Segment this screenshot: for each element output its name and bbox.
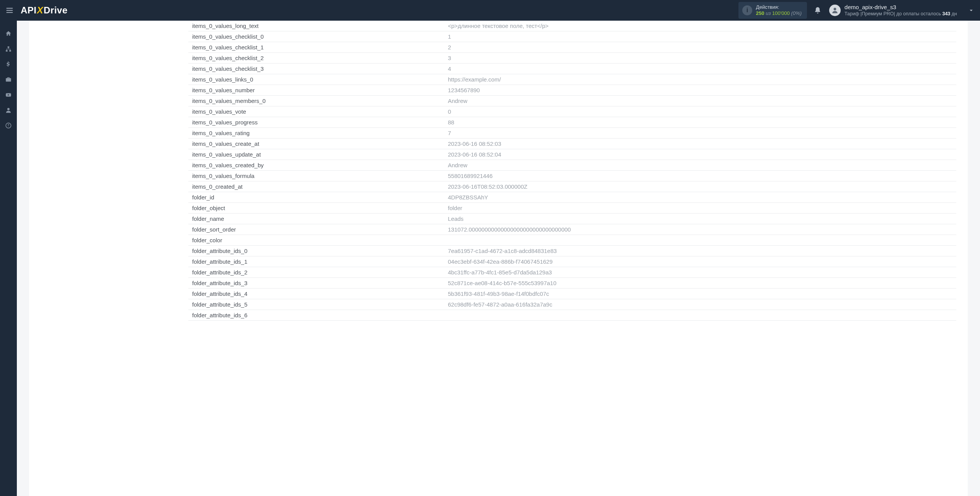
table-row: folder_nameLeads — [188, 214, 956, 224]
top-bar: APIXDrive i Действия: 250 из 100'000 (0%… — [0, 0, 980, 21]
field-value — [444, 235, 956, 246]
field-value: 2 — [444, 42, 956, 53]
field-value: 7ea61957-c1ad-4672-a1c8-adcd84831e83 — [444, 246, 956, 256]
field-key: folder_color — [188, 235, 444, 246]
field-key: folder_sort_order — [188, 224, 444, 235]
field-key: items_0_values_checklist_3 — [188, 64, 444, 74]
field-value: 7 — [444, 128, 956, 139]
table-row: folder_attribute_ids_24bc31ffc-a77b-4fc1… — [188, 267, 956, 278]
svg-rect-2 — [7, 12, 13, 13]
table-row: folder_attribute_ids_352c871ce-ae08-414c… — [188, 278, 956, 289]
field-value: 62c98df6-fe57-4872-a0aa-616fa32a7a9c — [444, 299, 956, 310]
table-row: items_0_values_long_text<p>длинное текст… — [188, 21, 956, 31]
main-content: items_0_values_long_text<p>длинное текст… — [17, 21, 980, 496]
nav-home[interactable] — [0, 26, 17, 41]
table-row: items_0_values_number1234567890 — [188, 85, 956, 96]
field-value: 1234567890 — [444, 85, 956, 96]
field-key: items_0_values_checklist_2 — [188, 53, 444, 64]
field-key: folder_attribute_ids_6 — [188, 310, 444, 321]
nav-billing[interactable] — [0, 57, 17, 72]
field-key: items_0_values_progress — [188, 117, 444, 128]
avatar — [829, 5, 841, 16]
question-icon — [5, 122, 12, 129]
table-row: items_0_created_at2023-06-16T08:52:03.00… — [188, 181, 956, 192]
nav-video[interactable] — [0, 87, 17, 103]
field-value: 55801689921446 — [444, 171, 956, 181]
field-key: folder_id — [188, 192, 444, 203]
table-row: items_0_values_vote0 — [188, 106, 956, 117]
youtube-icon — [5, 91, 12, 98]
field-value: 2023-06-16 08:52:03 — [444, 139, 956, 149]
field-key: folder_name — [188, 214, 444, 224]
field-key: folder_attribute_ids_1 — [188, 256, 444, 267]
actions-counter[interactable]: i Действия: 250 из 100'000 (0%) — [738, 2, 807, 18]
field-value: 88 — [444, 117, 956, 128]
field-key: items_0_values_created_by — [188, 160, 444, 171]
field-key: items_0_values_links_0 — [188, 74, 444, 85]
svg-point-3 — [834, 8, 836, 10]
table-row: folder_attribute_ids_6 — [188, 310, 956, 321]
content-panel: items_0_values_long_text<p>длинное текст… — [29, 21, 968, 496]
field-key: folder_attribute_ids_3 — [188, 278, 444, 289]
svg-rect-0 — [7, 8, 13, 9]
info-icon: i — [742, 5, 752, 15]
svg-rect-5 — [6, 50, 8, 52]
field-value: 04ec3ebf-634f-42ea-886b-f74067451629 — [444, 256, 956, 267]
nav-help[interactable] — [0, 118, 17, 133]
field-key: items_0_values_formula — [188, 171, 444, 181]
menu-toggle-button[interactable] — [5, 6, 14, 15]
nav-briefcase[interactable] — [0, 72, 17, 87]
nav-connections[interactable] — [0, 41, 17, 57]
field-key: items_0_created_at — [188, 181, 444, 192]
actions-value: 250 из 100'000 (0%) — [756, 10, 802, 16]
field-value: https://example.com/ — [444, 74, 956, 85]
field-key: items_0_values_vote — [188, 106, 444, 117]
field-key: folder_attribute_ids_2 — [188, 267, 444, 278]
user-menu[interactable]: demo_apix-drive_s3 Тариф |Премиум PRO| д… — [829, 4, 975, 17]
chevron-down-icon — [968, 7, 975, 14]
field-value — [444, 310, 956, 321]
field-key: folder_object — [188, 203, 444, 214]
svg-point-8 — [7, 108, 10, 110]
user-icon — [5, 107, 12, 114]
table-row: folder_id4DP8ZBSSAhY — [188, 192, 956, 203]
table-row: items_0_values_checklist_12 — [188, 42, 956, 53]
table-row: folder_attribute_ids_562c98df6-fe57-4872… — [188, 299, 956, 310]
table-row: items_0_values_update_at2023-06-16 08:52… — [188, 149, 956, 160]
field-value: 1 — [444, 31, 956, 42]
table-row: folder_sort_order131072.0000000000000000… — [188, 224, 956, 235]
person-icon — [831, 7, 839, 14]
logo[interactable]: APIXDrive — [21, 5, 68, 16]
field-value: 0 — [444, 106, 956, 117]
field-value: 52c871ce-ae08-414c-b57e-555c53997a10 — [444, 278, 956, 289]
field-value: Andrew — [444, 160, 956, 171]
field-key: items_0_values_update_at — [188, 149, 444, 160]
field-value: 2023-06-16 08:52:04 — [444, 149, 956, 160]
field-key: items_0_values_number — [188, 85, 444, 96]
table-row: items_0_values_formula55801689921446 — [188, 171, 956, 181]
field-key: folder_attribute_ids_5 — [188, 299, 444, 310]
nav-profile[interactable] — [0, 103, 17, 118]
svg-point-9 — [6, 123, 11, 128]
table-row: folder_objectfolder — [188, 203, 956, 214]
field-key: items_0_values_long_text — [188, 21, 444, 31]
field-key: folder_attribute_ids_0 — [188, 246, 444, 256]
field-key: folder_attribute_ids_4 — [188, 289, 444, 299]
actions-label: Действия: — [756, 4, 802, 10]
user-menu-chevron[interactable] — [968, 7, 975, 14]
table-row: items_0_values_links_0https://example.co… — [188, 74, 956, 85]
svg-rect-4 — [8, 46, 10, 48]
table-row: folder_attribute_ids_07ea61957-c1ad-4672… — [188, 246, 956, 256]
dollar-icon — [5, 61, 12, 68]
field-value: Andrew — [444, 96, 956, 106]
field-key: items_0_values_checklist_0 — [188, 31, 444, 42]
home-icon — [5, 30, 12, 37]
svg-rect-6 — [9, 50, 11, 52]
user-tariff: Тариф |Премиум PRO| до оплаты осталось 3… — [844, 11, 957, 17]
sitemap-icon — [5, 46, 12, 52]
notifications-button[interactable] — [814, 7, 822, 14]
table-row: folder_attribute_ids_104ec3ebf-634f-42ea… — [188, 256, 956, 267]
side-nav — [0, 21, 17, 496]
field-key: items_0_values_checklist_1 — [188, 42, 444, 53]
table-row: items_0_values_checklist_34 — [188, 64, 956, 74]
